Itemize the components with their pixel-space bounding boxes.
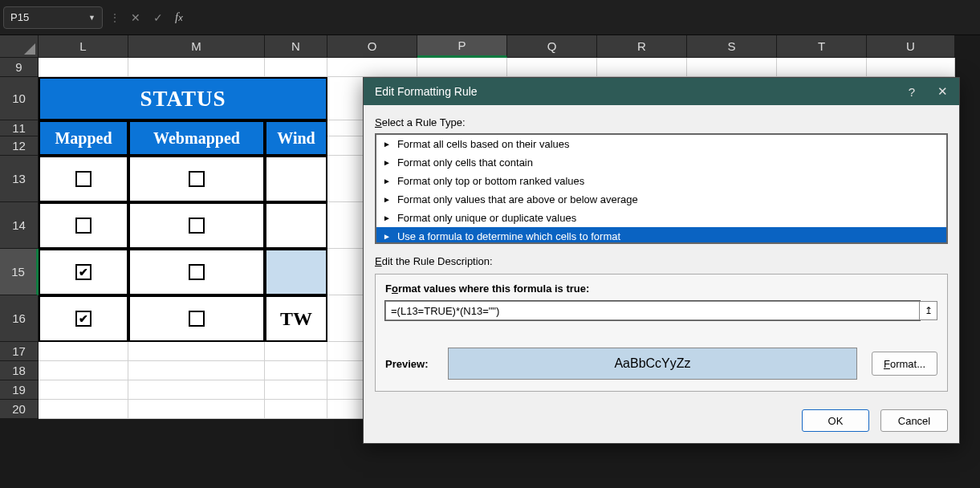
cell[interactable]: [867, 58, 955, 77]
webmapped-checkbox[interactable]: [128, 295, 265, 342]
webmapped-checkbox[interactable]: [128, 249, 265, 295]
dialog-title: Edit Formatting Rule: [375, 85, 478, 98]
arrow-icon: ►: [383, 158, 391, 167]
row-header[interactable]: 18: [0, 361, 39, 380]
column-header[interactable]: R: [597, 35, 687, 58]
status-title: STATUS: [39, 77, 327, 120]
column-header[interactable]: S: [687, 35, 777, 58]
cell[interactable]: [128, 400, 265, 419]
dialog-titlebar: Edit Formatting Rule ? ✕: [364, 78, 959, 105]
cell[interactable]: [597, 58, 687, 77]
cell[interactable]: [265, 361, 327, 380]
arrow-icon: ►: [383, 177, 391, 185]
column-header[interactable]: Q: [507, 35, 597, 58]
rule-type-item[interactable]: ►Format only top or bottom ranked values: [376, 172, 946, 190]
select-all-corner[interactable]: [0, 35, 39, 58]
row-header[interactable]: 15: [0, 249, 39, 295]
format-preview: AaBbCcYyZz: [448, 348, 857, 380]
column-header[interactable]: T: [777, 35, 867, 58]
rule-type-item[interactable]: ►Format only values that are above or be…: [376, 190, 946, 209]
cell[interactable]: [128, 380, 265, 400]
chevron-down-icon: ▼: [88, 14, 96, 22]
cell[interactable]: [39, 361, 128, 380]
cell[interactable]: [39, 380, 128, 400]
preview-label: Preview:: [385, 358, 433, 370]
name-box-value: P15: [10, 11, 29, 23]
format-button[interactable]: Format...: [872, 352, 937, 376]
mapped-checkbox[interactable]: ✔: [39, 249, 128, 295]
column-header[interactable]: L: [39, 35, 128, 58]
range-selector-icon[interactable]: ↥: [920, 301, 937, 320]
cell[interactable]: [687, 58, 777, 77]
wind-cell[interactable]: [265, 202, 327, 249]
formula-input[interactable]: [385, 301, 920, 320]
mapped-checkbox[interactable]: ✔: [39, 295, 128, 342]
arrow-icon: ►: [383, 214, 391, 222]
arrow-icon: ►: [383, 195, 391, 204]
mapped-checkbox[interactable]: [39, 156, 128, 202]
cell[interactable]: [417, 58, 507, 77]
row-header[interactable]: 20: [0, 400, 39, 419]
help-icon[interactable]: ?: [909, 85, 915, 99]
rule-description-box: Format values where this formula is true…: [375, 274, 948, 392]
status-header-mapped: Mapped: [39, 120, 128, 156]
column-header[interactable]: U: [867, 35, 955, 58]
cell[interactable]: [777, 58, 867, 77]
arrow-icon: ►: [383, 140, 391, 148]
rule-type-item[interactable]: ►Format all cells based on their values: [376, 135, 946, 153]
edit-formatting-rule-dialog: Edit Formatting Rule ? ✕ Select a Rule T…: [363, 77, 960, 444]
cell[interactable]: [39, 342, 128, 361]
select-rule-type-label: Select a Rule Type:: [375, 116, 948, 128]
row-header[interactable]: 10: [0, 77, 39, 120]
rule-type-item[interactable]: ►Format only cells that contain: [376, 153, 946, 172]
cell[interactable]: [39, 58, 128, 77]
cell[interactable]: [128, 361, 265, 380]
wind-cell[interactable]: [265, 156, 327, 202]
name-box[interactable]: P15 ▼: [3, 6, 103, 29]
separator-icon: ⋮: [109, 11, 120, 24]
status-header-webmapped: Webmapped: [128, 120, 265, 156]
row-header[interactable]: 11: [0, 120, 39, 136]
cell[interactable]: [265, 58, 327, 77]
arrow-icon: ►: [383, 232, 391, 241]
cell[interactable]: [265, 380, 327, 400]
column-header[interactable]: N: [265, 35, 327, 58]
row-header[interactable]: 12: [0, 136, 39, 156]
mapped-checkbox[interactable]: [39, 202, 128, 249]
wind-cell[interactable]: TW: [265, 295, 327, 342]
webmapped-checkbox[interactable]: [128, 156, 265, 202]
row-header[interactable]: 17: [0, 342, 39, 361]
formula-criteria-label: Format values where this formula is true…: [385, 283, 937, 295]
row-header[interactable]: 19: [0, 380, 39, 400]
formula-bar: P15 ▼ ⋮ ✕ ✓ fx: [0, 0, 980, 35]
cell[interactable]: [39, 400, 128, 419]
wind-cell[interactable]: [265, 249, 327, 295]
cell[interactable]: [265, 342, 327, 361]
rule-type-list[interactable]: ►Format all cells based on their values►…: [375, 133, 948, 244]
row-header[interactable]: 14: [0, 202, 39, 249]
column-header[interactable]: O: [327, 35, 417, 58]
row-header[interactable]: 9: [0, 58, 39, 77]
row-header[interactable]: 13: [0, 156, 39, 202]
close-icon[interactable]: ✕: [937, 84, 948, 99]
column-header[interactable]: M: [128, 35, 265, 58]
fx-icon[interactable]: fx: [175, 10, 183, 24]
webmapped-checkbox[interactable]: [128, 202, 265, 249]
cell[interactable]: [507, 58, 597, 77]
accept-formula-icon[interactable]: ✓: [149, 9, 167, 26]
column-header[interactable]: P: [417, 35, 507, 58]
cancel-button[interactable]: Cancel: [880, 409, 948, 432]
cell[interactable]: [128, 342, 265, 361]
cell[interactable]: [327, 58, 417, 77]
rule-type-item[interactable]: ►Format only unique or duplicate values: [376, 209, 946, 227]
cancel-formula-icon[interactable]: ✕: [127, 9, 144, 26]
cell[interactable]: [128, 58, 265, 77]
status-header-wind: Wind: [265, 120, 327, 156]
edit-rule-description-label: Edit the Rule Description:: [375, 255, 948, 267]
row-header[interactable]: 16: [0, 295, 39, 342]
rule-type-item[interactable]: ►Use a formula to determine which cells …: [376, 227, 946, 244]
ok-button[interactable]: OK: [802, 409, 869, 432]
cell[interactable]: [265, 400, 327, 419]
